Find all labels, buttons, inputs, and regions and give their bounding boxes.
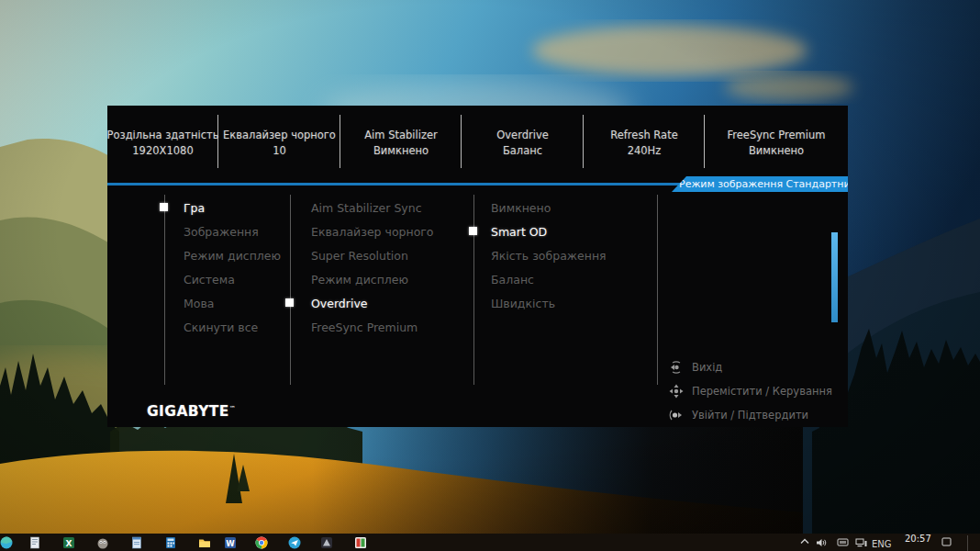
menu-item-display-mode[interactable]: Режим дисплею (184, 243, 281, 267)
chrome-icon[interactable] (255, 536, 268, 549)
taskbar: X W (0, 534, 980, 551)
menu-item-display-mode-sub[interactable]: Режим дисплею (311, 267, 434, 291)
desktop: Роздільна здатність 1920X1080 Еквалайзер… (0, 0, 980, 551)
menu-item-overdrive[interactable]: Overdrive (311, 291, 434, 315)
network-icon[interactable] (855, 538, 867, 547)
calculator-icon[interactable] (164, 536, 177, 549)
excel-icon[interactable]: X (62, 536, 75, 549)
media-app-icon[interactable] (354, 536, 367, 549)
menu-item-aim-stabilizer-sync[interactable]: Aim Stabilizer Sync (311, 196, 434, 219)
menu-divider (657, 195, 658, 385)
menu-column-options: Вимкнено Smart OD Якість зображення Бала… (491, 196, 607, 315)
hint-label: Перемістити / Керування (692, 385, 832, 398)
text-document-icon[interactable] (130, 536, 143, 549)
menu-column-main: Гра Зображення Режим дисплею Система Мов… (184, 196, 281, 339)
notepad-icon[interactable] (28, 536, 41, 549)
word-icon[interactable]: W (224, 536, 237, 549)
osd-hints: Вихід Перемістити / Керування Ув (668, 355, 832, 427)
menu-column-sub: Aim Stabilizer Sync Еквалайзер чорного S… (311, 196, 434, 339)
menu-item-system[interactable]: Система (184, 267, 281, 291)
joystick-press-icon (668, 407, 685, 423)
gimp-icon[interactable] (96, 536, 109, 549)
system-tray: ENG 20:57 (787, 534, 980, 551)
action-center-icon[interactable] (941, 537, 952, 546)
menu-divider (473, 195, 474, 385)
clock[interactable]: 20:57 (905, 534, 931, 544)
menu-item-black-equalizer[interactable]: Еквалайзер чорного (311, 219, 434, 243)
file-explorer-icon[interactable] (198, 536, 211, 549)
show-desktop-divider[interactable] (967, 535, 968, 551)
hint-move: Перемістити / Керування (668, 379, 832, 403)
hint-enter: Увійти / Підтвердити (668, 403, 832, 427)
option-speed[interactable]: Швидкість (491, 291, 607, 315)
osd-scrollbar[interactable] (831, 232, 838, 322)
telegram-icon[interactable] (288, 536, 301, 549)
onedrive-icon[interactable] (837, 538, 849, 546)
option-smart-od[interactable]: Smart OD (491, 219, 607, 243)
hint-label: Увійти / Підтвердити (692, 409, 808, 422)
selected-marker (469, 227, 477, 235)
menu-divider (164, 195, 165, 385)
menu-item-reset-all[interactable]: Скинути все (184, 315, 281, 339)
hint-exit: Вихід (668, 355, 832, 379)
menu-item-game[interactable]: Гра (184, 196, 281, 219)
option-balance[interactable]: Баланс (491, 267, 607, 291)
selected-marker (160, 203, 168, 211)
chevron-up-icon[interactable] (800, 538, 809, 545)
language-indicator[interactable]: ENG (872, 539, 892, 549)
menu-item-super-resolution[interactable]: Super Resolution (311, 243, 434, 267)
menu-divider (290, 195, 291, 385)
joystick-move-icon (668, 383, 685, 399)
menu-item-picture[interactable]: Зображення (184, 219, 281, 243)
joystick-left-icon (668, 359, 685, 376)
option-picture-quality[interactable]: Якість зображення (491, 243, 607, 267)
gigabyte-logo: GIGABYTE™ (147, 403, 236, 420)
trademark: ™ (229, 405, 236, 412)
svg-text:W: W (226, 539, 235, 548)
hint-label: Вихід (692, 361, 722, 374)
menu-item-language[interactable]: Мова (184, 291, 281, 315)
volume-icon[interactable] (817, 538, 828, 547)
svg-text:X: X (66, 539, 72, 548)
edge-browser-icon[interactable] (0, 536, 13, 549)
selected-marker (285, 298, 294, 307)
menu-item-freesync-premium[interactable]: FreeSync Premium (311, 315, 434, 339)
osd-panel: Роздільна здатність 1920X1080 Еквалайзер… (107, 106, 848, 427)
game-launcher-icon[interactable] (320, 536, 333, 549)
option-off[interactable]: Вимкнено (491, 196, 607, 219)
